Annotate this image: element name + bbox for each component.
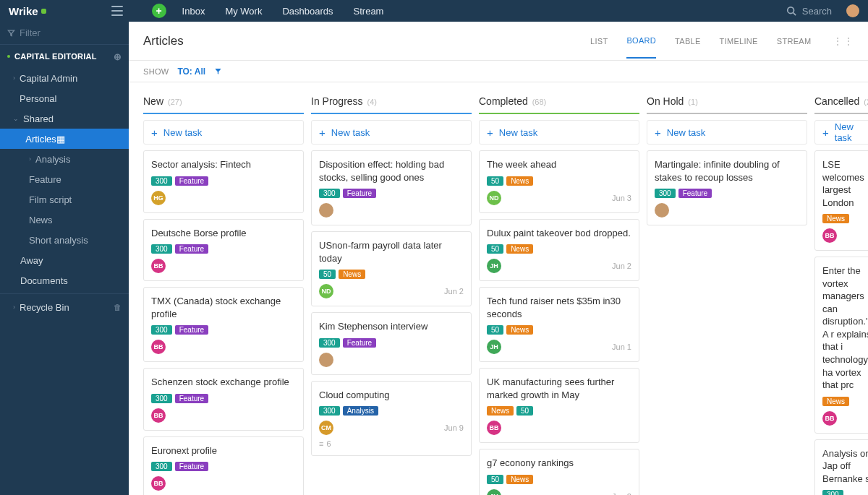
column-accent: [479, 113, 639, 114]
task-card[interactable]: Analysis on Jap off Bernanke s300Analysi…: [814, 439, 868, 495]
sidebar-item-analysis[interactable]: ›Analysis: [0, 149, 129, 169]
main-panel: Articles LIST BOARD TABLE TIMELINE STREA…: [129, 22, 868, 495]
assignee-avatar[interactable]: JH: [487, 259, 501, 273]
brand-logo[interactable]: Wrike: [9, 5, 46, 17]
assignee-avatar[interactable]: BB: [487, 421, 501, 435]
task-card[interactable]: Dulux paint takeover bod dropped.50NewsJ…: [479, 219, 639, 282]
assignee-avatar[interactable]: HG: [151, 191, 166, 205]
task-card[interactable]: Disposition effect: holding bad stocks, …: [311, 150, 472, 225]
assignee-avatar[interactable]: ND: [487, 191, 501, 205]
sidebar-space-header[interactable]: CAPITAL EDITORIAL ⊕: [0, 45, 129, 68]
new-task-button[interactable]: +New task: [814, 120, 868, 145]
assignee-avatar[interactable]: CM: [319, 421, 333, 435]
task-card[interactable]: Martingale: infinite doubling of stakes …: [647, 150, 807, 225]
nav-inbox[interactable]: Inbox: [182, 6, 205, 17]
search-placeholder: Search: [802, 6, 832, 17]
tag: News: [506, 244, 533, 254]
add-space-icon[interactable]: ⊕: [114, 51, 122, 62]
chevron-right-icon: ›: [13, 74, 15, 82]
sidebar-item-personal[interactable]: ›Personal: [0, 88, 129, 108]
card-footer: JHJun 2: [487, 489, 631, 495]
task-card[interactable]: Euronext profile300FeatureBB: [143, 436, 304, 495]
assignee-avatar[interactable]: BB: [151, 476, 166, 491]
sidebar-item-shared[interactable]: ⌄Shared: [0, 108, 129, 129]
assignee-avatar[interactable]: JH: [487, 489, 501, 495]
card-date: Jun 1: [612, 343, 631, 351]
column-count: (24): [864, 98, 868, 106]
task-card[interactable]: g7 econony rankings50NewsJHJun 2: [479, 449, 639, 495]
new-task-button[interactable]: +New task: [311, 120, 472, 145]
task-card[interactable]: Sector analysis: Fintech300FeatureHG: [143, 150, 304, 213]
tag: Analysis: [343, 406, 378, 416]
filter-icon[interactable]: [214, 67, 222, 75]
task-card[interactable]: Deutsche Borse profile300FeatureBB: [143, 219, 304, 282]
task-card[interactable]: Schenzen stock exchange profile300Featur…: [143, 368, 304, 431]
view-stream[interactable]: STREAM: [777, 37, 812, 46]
sidebar-item-feature[interactable]: Feature: [0, 169, 129, 189]
card-tags: 300Feature: [655, 189, 799, 198]
card-footer: [655, 203, 799, 218]
sidebar-item-filmscript[interactable]: Film script: [0, 189, 129, 210]
column-cards: The week ahead50NewsNDJun 3Dulux paint t…: [479, 150, 639, 495]
sidebar-item-articles[interactable]: Articles▦: [0, 129, 129, 149]
task-card[interactable]: Tech fund raiser nets $35m in30 seconds5…: [479, 287, 639, 362]
board: New(27)+New taskSector analysis: Fintech…: [129, 82, 868, 495]
assignee-avatar[interactable]: [319, 203, 333, 218]
nav-stream[interactable]: Stream: [354, 6, 384, 17]
task-card[interactable]: USnon-farm payroll data later today50New…: [311, 231, 472, 306]
assignee-avatar[interactable]: JH: [487, 340, 501, 354]
tag: News: [506, 325, 533, 335]
board-column: In Progress(4)+New taskDisposition effec…: [311, 95, 472, 495]
tag: News: [487, 406, 514, 416]
filter-to[interactable]: TO: All: [177, 66, 205, 77]
new-task-button[interactable]: +New task: [143, 120, 304, 145]
tag: Feature: [175, 176, 208, 186]
sidebar-item-documents[interactable]: Documents: [0, 270, 129, 290]
sidebar-item-capital-admin[interactable]: ›Capital Admin: [0, 68, 129, 88]
task-card[interactable]: The week ahead50NewsNDJun 3: [479, 150, 639, 213]
view-timeline[interactable]: TIMELINE: [720, 37, 758, 46]
view-list[interactable]: LIST: [590, 37, 608, 46]
search-input[interactable]: Search: [786, 6, 832, 17]
view-table[interactable]: TABLE: [675, 37, 701, 46]
task-card[interactable]: TMX (Canada) stock exchange profile300Fe…: [143, 287, 304, 362]
new-task-label: New task: [331, 127, 370, 138]
sidebar-item-recycle[interactable]: ›Recycle Bin 🗑: [0, 297, 129, 317]
view-more-icon[interactable]: ⋮⋮: [833, 35, 854, 47]
assignee-avatar[interactable]: [319, 353, 333, 367]
create-button[interactable]: +: [152, 4, 166, 18]
nav-dashboards[interactable]: Dashboards: [282, 6, 333, 17]
assignee-avatar[interactable]: BB: [151, 408, 166, 423]
task-card[interactable]: Cloud computing300AnalysisCMJun 9≡ 6: [311, 381, 472, 457]
assignee-avatar[interactable]: BB: [151, 259, 166, 273]
card-footer: BB: [151, 476, 296, 491]
sidebar-item-shortanalysis[interactable]: Short analysis: [0, 230, 129, 250]
nav-mywork[interactable]: My Work: [225, 6, 262, 17]
card-title: Martingale: infinite doubling of stakes …: [655, 158, 799, 184]
assignee-avatar[interactable]: BB: [822, 228, 837, 243]
task-card[interactable]: LSE welcomes largest LondonNewsBB: [814, 150, 868, 251]
task-card[interactable]: UK manufacturing sees further marked gro…: [479, 368, 639, 443]
user-avatar[interactable]: [846, 4, 859, 17]
card-footer: BB: [822, 228, 868, 243]
new-task-button[interactable]: +New task: [479, 120, 639, 145]
assignee-avatar[interactable]: BB: [151, 340, 166, 354]
new-task-button[interactable]: +New task: [647, 120, 807, 145]
tag: 50: [319, 270, 336, 279]
tag: 300: [151, 325, 172, 335]
assignee-avatar[interactable]: ND: [319, 284, 333, 298]
show-label: SHOW: [143, 67, 169, 76]
task-card[interactable]: Enter the vortex managers can disruption…: [814, 257, 868, 433]
task-card[interactable]: Kim Stephenson interview300Feature: [311, 312, 472, 375]
sidebar-filter[interactable]: Filter: [0, 22, 129, 45]
sidebar-item-news[interactable]: News: [0, 210, 129, 230]
sidebar-item-away[interactable]: Away: [0, 250, 129, 270]
assignee-avatar[interactable]: [655, 203, 669, 218]
tag: Feature: [343, 338, 376, 348]
column-name: New: [143, 95, 163, 107]
hamburger-icon[interactable]: [111, 6, 123, 16]
assignee-avatar[interactable]: BB: [822, 411, 837, 426]
view-board[interactable]: BOARD: [626, 36, 656, 59]
tag: Feature: [343, 189, 376, 198]
tag: Feature: [175, 325, 208, 335]
